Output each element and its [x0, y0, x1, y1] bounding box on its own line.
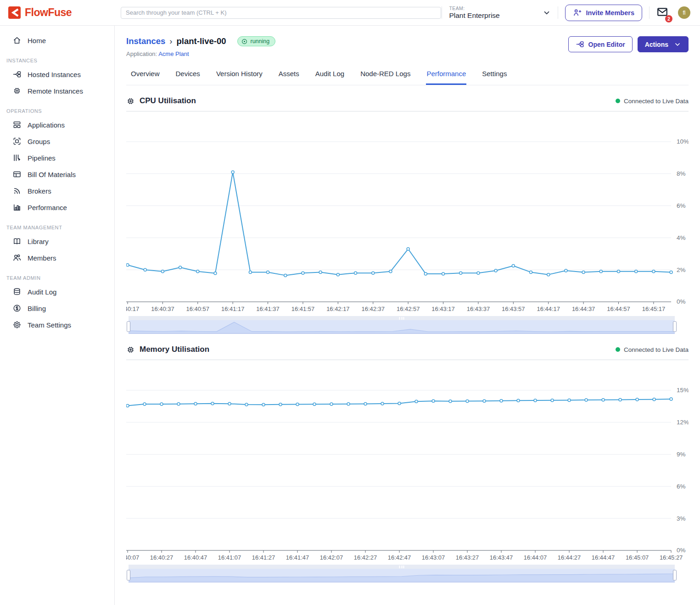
svg-text:16:43:47: 16:43:47	[490, 554, 513, 561]
application-link[interactable]: Acme Plant	[158, 50, 189, 57]
sidebar-item-label: Home	[28, 37, 46, 44]
applications-icon	[12, 120, 22, 129]
topbar-right-group: TEAM: Plant Enterprise Invite Members 2 …	[442, 5, 700, 21]
sidebar-item-hosted-instances[interactable]: Hosted Instances	[0, 66, 114, 83]
svg-text:16:41:07: 16:41:07	[218, 554, 241, 561]
svg-text:16:43:17: 16:43:17	[431, 305, 454, 312]
groups-icon	[12, 137, 22, 146]
invite-members-button[interactable]: Invite Members	[565, 5, 642, 21]
billing-icon	[12, 304, 22, 313]
divider	[442, 6, 442, 19]
svg-text:16:40:57: 16:40:57	[186, 305, 209, 312]
svg-text:6%: 6%	[677, 202, 685, 209]
hosted-instances-icon	[12, 70, 22, 79]
sidebar-item-remote-instances[interactable]: Remote Instances	[0, 83, 114, 99]
status-badge: running	[237, 36, 275, 46]
tab-version-history[interactable]: Version History	[216, 70, 263, 85]
sidebar-item-members[interactable]: Members	[0, 250, 114, 266]
memory-chart-navigator[interactable]	[129, 565, 675, 583]
notifications-button[interactable]: 2	[656, 6, 668, 19]
library-icon	[12, 237, 22, 246]
navigator-right-handle[interactable]	[673, 322, 677, 332]
team-selector[interactable]: TEAM: Plant Enterprise	[449, 6, 551, 20]
chart-title-label: CPU Utilisation	[140, 96, 196, 105]
tab-audit-log[interactable]: Audit Log	[315, 70, 345, 85]
members-icon	[12, 253, 22, 262]
search-input[interactable]	[121, 7, 441, 19]
gear-icon	[12, 320, 22, 329]
avatar[interactable]: fl	[678, 6, 690, 19]
sidebar-item-label: Brokers	[28, 187, 51, 195]
svg-text:16:44:37: 16:44:37	[572, 305, 595, 312]
svg-text:16:41:47: 16:41:47	[286, 554, 309, 561]
sidebar-item-performance[interactable]: Performance	[0, 199, 114, 216]
navigator-track[interactable]	[129, 565, 675, 569]
svg-text:16:44:57: 16:44:57	[607, 305, 630, 312]
tab-overview[interactable]: Overview	[130, 70, 160, 85]
team-label: TEAM:	[449, 6, 499, 11]
navigator-window[interactable]	[129, 569, 675, 583]
memory-utilisation-section: Memory Utilisation Connected to Live Dat…	[126, 345, 689, 583]
svg-text:16:43:37: 16:43:37	[467, 305, 490, 312]
navigator-grip-handle[interactable]	[399, 566, 404, 568]
sidebar-item-groups[interactable]: Groups	[0, 133, 114, 150]
tab-devices[interactable]: Devices	[175, 70, 201, 85]
sidebar-item-audit-log[interactable]: Audit Log	[0, 283, 114, 300]
actions-label: Actions	[645, 41, 668, 48]
sidebar-item-label: Groups	[28, 138, 50, 145]
svg-text:16:42:17: 16:42:17	[326, 305, 349, 312]
cpu-chart-header: CPU Utilisation Connected to Live Data	[126, 96, 689, 111]
sidebar-item-home[interactable]: Home	[0, 32, 114, 49]
svg-text:16:45:07: 16:45:07	[626, 554, 649, 561]
svg-text:2%: 2%	[677, 266, 685, 273]
navigator-grip-handle[interactable]	[399, 317, 404, 320]
sidebar-item-library[interactable]: Library	[0, 233, 114, 250]
flowfuse-logo[interactable]: FlowFuse	[0, 6, 115, 19]
svg-text:16:42:47: 16:42:47	[388, 554, 411, 561]
svg-text:16:42:57: 16:42:57	[397, 305, 420, 312]
performance-icon	[12, 203, 22, 212]
breadcrumb-instances-link[interactable]: Instances	[126, 36, 165, 46]
sidebar-item-bill-of-materials[interactable]: Bill Of Materials	[0, 166, 114, 183]
sidebar-item-label: Performance	[28, 204, 67, 211]
tab-settings[interactable]: Settings	[482, 70, 507, 85]
open-editor-label: Open Editor	[588, 41, 625, 48]
sidebar-item-team-settings[interactable]: Team Settings	[0, 316, 114, 333]
navigator-left-handle[interactable]	[127, 570, 130, 581]
user-plus-icon	[573, 8, 582, 17]
tab-assets[interactable]: Assets	[278, 70, 300, 85]
sidebar-item-brokers[interactable]: Brokers	[0, 183, 114, 199]
svg-text:15%: 15%	[677, 387, 689, 394]
open-editor-button[interactable]: Open Editor	[568, 36, 633, 52]
svg-text:8%: 8%	[677, 170, 685, 177]
sidebar-item-applications[interactable]: Applications	[0, 117, 114, 133]
navigator-right-handle[interactable]	[673, 570, 677, 581]
tab-performance[interactable]: Performance	[426, 70, 466, 85]
cpu-utilisation-section: CPU Utilisation Connected to Live Data 0…	[126, 96, 689, 334]
invite-members-label: Invite Members	[586, 9, 634, 17]
live-data-indicator: Connected to Live Data	[616, 98, 689, 105]
navigator-track[interactable]	[129, 316, 675, 320]
sidebar-item-pipelines[interactable]: Pipelines	[0, 150, 114, 166]
navigator-window[interactable]	[129, 320, 675, 334]
navigator-left-handle[interactable]	[127, 322, 130, 332]
chevron-down-icon	[674, 41, 681, 48]
svg-text:16:44:07: 16:44:07	[524, 554, 547, 561]
sidebar-section-team-management: TEAM MANAGEMENT	[0, 216, 114, 233]
sidebar-item-label: Pipelines	[28, 154, 56, 162]
cpu-chart: 0%2%4%6%8%10%16:40:1716:40:3716:40:5716:…	[126, 114, 689, 315]
sidebar-item-label: Audit Log	[28, 288, 56, 296]
breadcrumb-separator: ›	[169, 36, 172, 46]
svg-text:16:42:27: 16:42:27	[354, 554, 377, 561]
memory-chip-icon	[126, 345, 135, 354]
svg-text:16:40:37: 16:40:37	[151, 305, 174, 312]
cpu-chart-title: CPU Utilisation	[126, 96, 196, 105]
home-icon	[12, 36, 22, 45]
tab-node-red-logs[interactable]: Node-RED Logs	[360, 70, 411, 85]
sidebar-item-billing[interactable]: Billing	[0, 300, 114, 316]
sidebar-item-label: Applications	[28, 121, 65, 129]
chevron-down-icon	[543, 9, 551, 17]
cpu-chart-navigator[interactable]	[129, 316, 675, 334]
svg-text:16:44:47: 16:44:47	[592, 554, 615, 561]
actions-button[interactable]: Actions	[638, 36, 689, 52]
